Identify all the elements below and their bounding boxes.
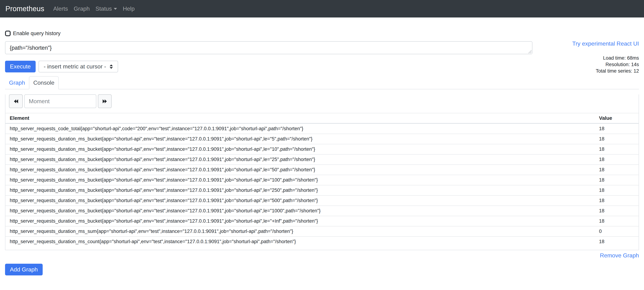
tab-bar: Graph Console xyxy=(5,76,639,89)
nav-item-alerts[interactable]: Alerts xyxy=(50,6,71,12)
value-cell: 18 xyxy=(595,236,638,247)
moment-back-button[interactable] xyxy=(9,94,23,108)
console-table: Element Value http_server_requests_code_… xyxy=(6,113,638,247)
console-panel: Element Value http_server_requests_code_… xyxy=(5,94,639,250)
value-cell: 18 xyxy=(595,165,638,175)
value-cell: 0 xyxy=(595,226,638,236)
table-row: http_server_requests_duration_ms_count{a… xyxy=(6,236,638,247)
value-column-header: Value xyxy=(595,113,638,123)
element-cell: http_server_requests_duration_ms_bucket{… xyxy=(6,144,595,154)
resolution: Resolution: 14s xyxy=(572,61,639,68)
element-cell: http_server_requests_duration_ms_bucket{… xyxy=(6,134,595,144)
tab-console[interactable]: Console xyxy=(29,76,59,89)
value-cell: 18 xyxy=(595,134,638,144)
query-stats: Load time: 68ms Resolution: 14s Total ti… xyxy=(572,55,639,74)
remove-graph-link[interactable]: Remove Graph xyxy=(600,252,639,259)
table-row: http_server_requests_duration_ms_bucket{… xyxy=(6,216,638,226)
element-cell: http_server_requests_duration_ms_bucket{… xyxy=(6,154,595,165)
select-updown-icon xyxy=(109,64,114,69)
navbar: Prometheus Alerts Graph Status Help xyxy=(0,0,644,18)
table-row: http_server_requests_duration_ms_bucket{… xyxy=(6,134,638,144)
table-row: http_server_requests_duration_ms_bucket{… xyxy=(6,175,638,185)
nav-item-label: Status xyxy=(96,6,112,12)
element-cell: http_server_requests_duration_ms_bucket{… xyxy=(6,206,595,216)
value-cell: 18 xyxy=(595,195,638,206)
add-graph-row: Add Graph xyxy=(5,264,639,275)
caret-down-icon xyxy=(114,8,117,10)
nav-item-status[interactable]: Status xyxy=(92,6,120,12)
element-cell: http_server_requests_duration_ms_count{a… xyxy=(6,236,595,247)
skip-forward-icon xyxy=(102,99,107,104)
insert-metric-select[interactable]: - insert metric at cursor - xyxy=(38,61,118,72)
value-cell: 18 xyxy=(595,144,638,154)
table-row: http_server_requests_duration_ms_bucket{… xyxy=(6,154,638,165)
tab-graph[interactable]: Graph xyxy=(5,77,29,89)
insert-metric-select-value: - insert metric at cursor - xyxy=(44,63,106,70)
expression-input[interactable]: {path="/shorten"} xyxy=(5,41,532,54)
element-cell: http_server_requests_duration_ms_sum{app… xyxy=(6,226,595,236)
table-row: http_server_requests_duration_ms_bucket{… xyxy=(6,144,638,154)
load-time: Load time: 68ms xyxy=(572,55,639,61)
history-row: Enable query history xyxy=(5,31,639,36)
moment-bar xyxy=(9,94,638,108)
value-cell: 18 xyxy=(595,206,638,216)
nav-item-label: Graph xyxy=(74,6,90,12)
skip-back-icon xyxy=(14,99,18,104)
element-cell: http_server_requests_duration_ms_bucket{… xyxy=(6,216,595,226)
table-row: http_server_requests_duration_ms_bucket{… xyxy=(6,185,638,195)
element-cell: http_server_requests_duration_ms_bucket{… xyxy=(6,175,595,185)
element-cell: http_server_requests_duration_ms_bucket{… xyxy=(6,165,595,175)
table-header-row: Element Value xyxy=(6,113,638,123)
console-table-body: http_server_requests_code_total{app="sho… xyxy=(6,123,638,247)
table-row: http_server_requests_duration_ms_bucket{… xyxy=(6,165,638,175)
brand-prometheus[interactable]: Prometheus xyxy=(6,5,44,13)
enable-query-history-label: Enable query history xyxy=(13,31,60,36)
execute-button[interactable]: Execute xyxy=(5,61,36,72)
execute-row: Execute - insert metric at cursor - xyxy=(5,61,639,72)
table-row: http_server_requests_duration_ms_bucket{… xyxy=(6,206,638,216)
main-content: Try experimental React UI Load time: 68m… xyxy=(0,31,644,275)
value-cell: 18 xyxy=(595,175,638,185)
add-graph-button[interactable]: Add Graph xyxy=(5,264,43,275)
nav-item-label: Alerts xyxy=(53,6,68,12)
moment-forward-button[interactable] xyxy=(98,94,112,108)
value-cell: 18 xyxy=(595,216,638,226)
value-cell: 18 xyxy=(595,185,638,195)
right-info: Try experimental React UI Load time: 68m… xyxy=(572,40,639,74)
table-row: http_server_requests_code_total{app="sho… xyxy=(6,123,638,134)
table-row: http_server_requests_duration_ms_sum{app… xyxy=(6,226,638,236)
expression-wrap: {path="/shorten"} xyxy=(5,41,532,54)
react-ui-link[interactable]: Try experimental React UI xyxy=(572,40,639,47)
nav-item-help[interactable]: Help xyxy=(120,6,138,12)
enable-query-history-checkbox[interactable] xyxy=(5,31,10,36)
prometheus-page: Prometheus Alerts Graph Status Help Try … xyxy=(0,0,644,290)
element-column-header: Element xyxy=(6,113,595,123)
moment-input[interactable] xyxy=(24,94,96,108)
total-time-series: Total time series: 12 xyxy=(572,68,639,74)
nav-item-label: Help xyxy=(123,6,135,12)
remove-graph-row: Remove Graph xyxy=(5,252,639,259)
table-row: http_server_requests_duration_ms_bucket{… xyxy=(6,195,638,206)
element-cell: http_server_requests_duration_ms_bucket{… xyxy=(6,185,595,195)
nav-item-graph[interactable]: Graph xyxy=(71,6,92,12)
element-cell: http_server_requests_duration_ms_bucket{… xyxy=(6,195,595,206)
value-cell: 18 xyxy=(595,154,638,165)
element-cell: http_server_requests_code_total{app="sho… xyxy=(6,123,595,134)
resize-grip-icon[interactable] xyxy=(528,50,532,53)
value-cell: 18 xyxy=(595,123,638,134)
